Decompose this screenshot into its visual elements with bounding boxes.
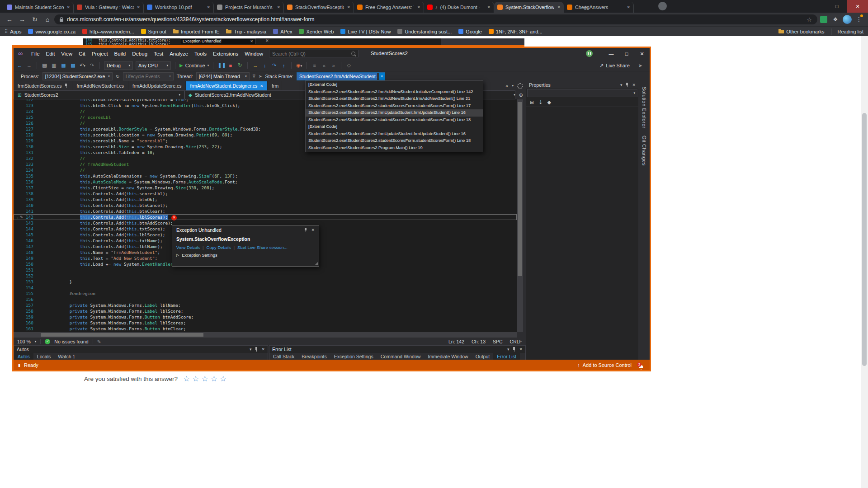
code-line[interactable]: 137 this.ClientSize = new System.Drawing… — [14, 185, 517, 191]
tool-window-tab[interactable]: Immediate Window — [424, 353, 472, 360]
bookmark-item[interactable]: Understanding sust... — [397, 29, 452, 34]
tab-close-icon[interactable]: ✕ — [137, 5, 140, 9]
undo-icon[interactable]: ↶▾ — [79, 62, 86, 68]
tab-close-icon[interactable]: ✕ — [417, 5, 420, 9]
alphabetical-sort-icon[interactable]: ⇣ — [538, 99, 542, 105]
save-all-icon[interactable]: ▩ — [70, 62, 76, 68]
editor-horizontal-scrollbar[interactable] — [14, 332, 517, 338]
stack-frame-item[interactable]: StudentScores2.exe!StudentScores2.frmUpd… — [306, 109, 483, 117]
menu-item-project[interactable]: Project — [89, 51, 111, 56]
browser-tab[interactable]: Vula : Gateway : Welco✕ — [74, 2, 144, 13]
address-bar[interactable]: docs.microsoft.com/en-us/answers/questio… — [54, 14, 817, 24]
vs-maximize-button[interactable]: □ — [619, 48, 634, 60]
feedback-icon[interactable]: ➤ — [638, 63, 642, 69]
autos-pin-icon[interactable] — [255, 347, 258, 352]
step-over-icon[interactable]: ↷ — [271, 62, 278, 68]
exception-close-icon[interactable]: ✕ — [311, 228, 315, 232]
process-combo[interactable]: [12304] StudentScores2.exe▾ — [42, 72, 113, 80]
bookmark-item[interactable]: http--www.modern... — [82, 29, 134, 34]
document-tab[interactable]: frmStudentScores.cs — [14, 81, 72, 90]
error-list-close-icon[interactable]: ✕ — [519, 347, 523, 352]
redo-icon[interactable]: ↷ — [89, 62, 95, 68]
code-line[interactable]: 139 this.Controls.Add(this.btnOk); — [14, 197, 517, 202]
browser-tab[interactable]: Projects For Murach's C✕ — [214, 2, 284, 13]
current-statement-arrow-icon[interactable]: → — [15, 215, 19, 220]
show-next-statement-icon[interactable]: → — [252, 63, 259, 68]
browser-tab[interactable]: CheggAnswers✕ — [564, 2, 634, 13]
browser-profile-circle-icon[interactable] — [658, 2, 667, 10]
menu-item-edit[interactable]: Edit — [43, 51, 58, 56]
continue-button[interactable]: ▶Continue▾ — [179, 63, 209, 68]
tool-window-tab[interactable]: Locals — [33, 353, 54, 360]
step-out-icon[interactable]: ↑ — [280, 63, 287, 68]
bookmark-item[interactable]: www.google.co.za — [28, 29, 75, 34]
browser-tab[interactable]: Workshop 10.pdf✕ — [144, 2, 214, 13]
code-line[interactable]: 132 // — [14, 155, 517, 161]
tab-close-icon[interactable]: ✕ — [207, 5, 210, 9]
code-line[interactable]: 161 private System.Windows.Forms.Button … — [14, 326, 517, 332]
exception-settings-expander[interactable]: ▷ Exception Settings — [172, 250, 319, 258]
tab-close-icon[interactable]: ✕ — [66, 5, 70, 9]
tool-window-tab[interactable]: Call Stack — [269, 353, 298, 360]
save-icon[interactable]: ▦ — [60, 62, 67, 68]
indent-icon[interactable]: » — [330, 63, 337, 68]
menu-item-extensions[interactable]: Extensions — [210, 51, 241, 56]
extensions-icon[interactable]: ❖ — [830, 14, 841, 25]
document-tab[interactable]: frm — [268, 81, 282, 90]
menu-item-git[interactable]: Git — [75, 51, 89, 56]
exception-link[interactable]: View Details — [176, 245, 200, 250]
stack-frame-item[interactable]: [External Code] — [306, 81, 483, 89]
flag-threads-icon[interactable]: ➤ — [259, 74, 262, 79]
code-line[interactable]: 136 this.AutoScaleMode = System.Windows.… — [14, 179, 517, 185]
stack-frame-item[interactable]: StudentScores2.exe!StudentScores2.studen… — [306, 117, 483, 124]
editor-pencil-icon[interactable]: ✎ — [97, 339, 101, 344]
issues-status[interactable]: No issues found — [54, 339, 88, 344]
code-line[interactable]: 152 — [14, 273, 517, 279]
stack-frame-combo[interactable]: StudentScores2.frmAddNewStudent.Initia ▾ — [297, 72, 385, 80]
browser-menu-icon[interactable]: ⋮ — [854, 14, 864, 25]
rating-star-icon[interactable]: ☆ — [202, 375, 208, 383]
bookmark-icon[interactable]: ◇ — [345, 62, 352, 68]
restart-icon[interactable]: ↻ — [236, 62, 243, 68]
line-indicator[interactable]: Ln: 142 — [448, 339, 464, 344]
menu-item-test[interactable]: Test — [151, 51, 166, 56]
menu-item-view[interactable]: View — [58, 51, 75, 56]
tool-window-tab[interactable]: Autos — [14, 353, 33, 360]
other-bookmarks[interactable]: Other bookmarks — [778, 29, 824, 34]
exception-link[interactable]: Copy Details — [207, 245, 231, 250]
code-line[interactable]: 153 } — [14, 279, 517, 285]
thread-combo[interactable]: [6244] Main Thread▾ — [196, 72, 250, 80]
rating-star-icon[interactable]: ☆ — [211, 375, 217, 383]
autos-caret-icon[interactable]: ▾ — [250, 347, 252, 352]
filter-threads-icon[interactable]: ∇ — [253, 74, 255, 79]
solution-platform-combo[interactable]: Any CPU▾ — [136, 61, 171, 70]
tab-audio-icon[interactable]: ♪ — [435, 5, 438, 9]
bookmark-item[interactable]: Imported From IE — [173, 29, 220, 34]
browser-tab[interactable]: ♪(4) Duke Dumont -✕ — [424, 2, 494, 13]
nav-forward-icon[interactable]: → — [26, 63, 33, 68]
bookmark-item[interactable]: Google — [458, 29, 481, 34]
bookmark-star-icon[interactable]: ☆ — [807, 16, 812, 23]
autos-close-icon[interactable]: ✕ — [261, 347, 265, 352]
page-scrollbar[interactable] — [861, 36, 868, 488]
code-line[interactable]: 151 — [14, 267, 517, 273]
property-pages-icon[interactable]: ◆ — [547, 99, 551, 105]
lock-icon[interactable] — [60, 19, 63, 22]
pin-icon[interactable] — [64, 84, 68, 88]
tab-close-icon[interactable]: ✕ — [487, 5, 491, 9]
stack-frame-item[interactable]: StudentScores2.exe!StudentScores2.frmUpd… — [306, 131, 483, 138]
bookmark-item[interactable]: Live TV | DStv Now — [340, 29, 391, 34]
vs-close-button[interactable]: ✕ — [634, 48, 650, 60]
lifecycle-events-combo[interactable]: Lifecycle Events▾ — [123, 72, 174, 80]
code-line[interactable]: 140 this.Controls.Add(this.btnCancel); — [14, 202, 517, 208]
exception-pin-icon[interactable] — [304, 228, 307, 232]
stack-frame-item[interactable]: StudentScores2.exe!StudentScores2.Progra… — [306, 145, 483, 152]
stack-frame-item[interactable]: StudentScores2.exe!StudentScores2.studen… — [306, 103, 483, 110]
properties-caret-icon[interactable]: ▾ — [620, 83, 623, 87]
properties-pin-icon[interactable] — [625, 83, 629, 87]
tab-close-icon[interactable]: ✕ — [557, 5, 561, 9]
side-tab-solution-explorer[interactable]: Solution Explorer — [642, 87, 647, 128]
menu-item-window[interactable]: Window — [241, 51, 266, 56]
reload-icon[interactable]: ↻ — [29, 14, 41, 25]
page-scrollbar-thumb[interactable] — [862, 113, 867, 366]
